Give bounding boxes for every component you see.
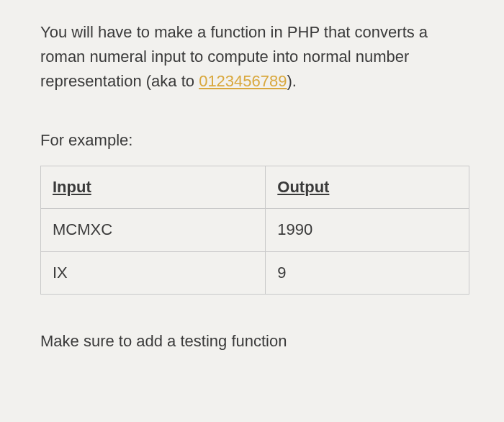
cell-output: 9 [266,251,469,294]
example-label: For example: [40,128,469,153]
examples-table: Input Output MCMXC 1990 IX 9 [40,166,469,294]
footer-note: Make sure to add a testing function [40,329,469,354]
table-header-row: Input Output [41,166,469,209]
intro-text-part2: ). [287,72,297,90]
header-output: Output [266,166,469,209]
header-input: Input [41,166,266,209]
table-row: MCMXC 1990 [41,209,469,251]
problem-description: You will have to make a function in PHP … [40,20,469,94]
cell-input: IX [41,251,266,294]
table-row: IX 9 [41,251,469,294]
cell-output: 1990 [266,209,469,251]
numeric-link[interactable]: 0123456789 [199,72,287,90]
cell-input: MCMXC [41,209,266,251]
